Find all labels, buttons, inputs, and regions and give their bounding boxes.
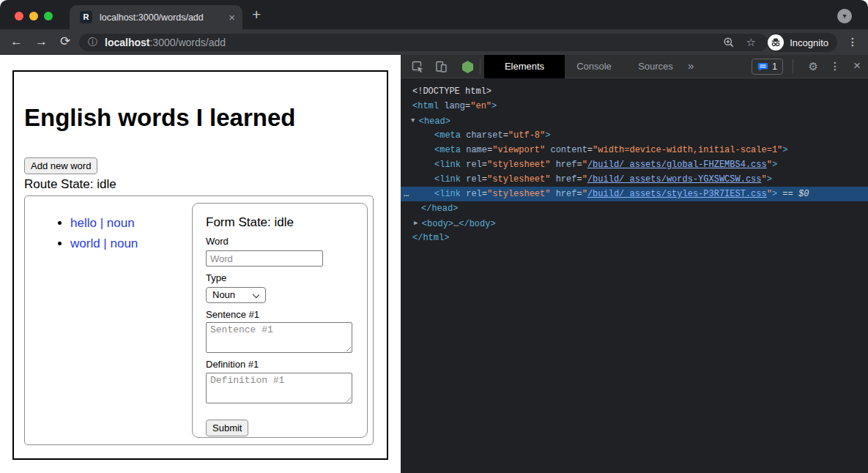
devtools-code: <!DOCTYPE html><html lang="en">▼ <head><… <box>401 79 868 473</box>
forward-button[interactable]: → <box>35 34 48 49</box>
inspect-element-icon[interactable] <box>411 60 424 76</box>
page-title: English words I learned <box>24 103 295 133</box>
definition-field-label: Definition #1 <box>206 359 354 370</box>
tab-elements[interactable]: Elements <box>484 55 565 78</box>
incognito-label: Incognito <box>790 37 828 48</box>
type-field-label: Type <box>206 272 354 283</box>
code-line[interactable]: <link rel="stylesheet" href="/build/_ass… <box>401 172 868 187</box>
form-state-text: Form State: idle <box>206 215 354 230</box>
reload-button[interactable]: ⟳ <box>60 34 70 49</box>
type-select-value: Noun <box>212 289 235 300</box>
word-input[interactable] <box>206 250 323 267</box>
browser-titlebar: R localhost:3000/words/add × + ▾ <box>0 0 868 29</box>
traffic-light-minimize[interactable] <box>29 12 38 21</box>
traffic-light-close[interactable] <box>15 12 23 21</box>
tab-sources[interactable]: Sources <box>626 55 685 78</box>
add-new-word-button[interactable]: Add new word <box>24 157 97 174</box>
definition-textarea[interactable] <box>206 373 352 403</box>
code-line[interactable]: <!DOCTYPE html> <box>401 84 868 99</box>
tab-title: localhost:3000/words/add <box>100 12 223 23</box>
word-field-label: Word <box>206 236 354 247</box>
submit-button[interactable]: Submit <box>206 420 248 436</box>
devtools-menu-icon[interactable]: ⋮ <box>830 60 840 72</box>
word-link-hello[interactable]: hello | noun <box>70 216 135 230</box>
code-line[interactable]: ▶ <body>…</body> <box>401 216 868 231</box>
sentence-textarea[interactable] <box>206 322 352 353</box>
devtools-panel: Elements Console Sources » 1 ⚙ ⋮ × <!DOC… <box>401 55 868 473</box>
back-button[interactable]: ← <box>10 34 23 49</box>
issues-count: 1 <box>772 62 777 72</box>
zoom-level-icon[interactable] <box>723 37 735 48</box>
remix-favicon-icon: R <box>80 11 92 23</box>
word-link-world[interactable]: world | noun <box>70 236 138 250</box>
extension-hexagon-icon[interactable] <box>462 61 473 76</box>
code-line[interactable]: <meta name="viewport" content="width=dev… <box>401 143 868 157</box>
new-tab-button[interactable]: + <box>252 6 261 23</box>
more-tabs-button[interactable]: » <box>688 55 694 78</box>
tab-console[interactable]: Console <box>565 55 623 78</box>
message-bubble-icon <box>757 62 768 72</box>
address-bar[interactable]: ⓘ localhost:3000/words/add ☆ <box>79 34 768 51</box>
code-line[interactable]: ▼ <head> <box>401 113 868 128</box>
code-line[interactable]: …<link rel="stylesheet" href="/build/_as… <box>401 187 868 201</box>
incognito-badge: Incognito <box>766 33 837 52</box>
site-info-icon[interactable]: ⓘ <box>88 36 97 49</box>
tab-close-icon[interactable]: × <box>229 12 235 23</box>
browser-toolbar: ← → ⟳ ⓘ localhost:3000/words/add ☆ <box>0 29 868 55</box>
sentence-field-label: Sentence #1 <box>206 309 354 320</box>
issues-counter[interactable]: 1 <box>752 59 783 75</box>
incognito-icon <box>768 34 784 51</box>
add-word-form: Form State: idle Word Type Noun Sentence… <box>192 203 368 438</box>
device-toolbar-icon[interactable] <box>434 60 448 76</box>
browser-tab[interactable]: R localhost:3000/words/add × <box>70 5 242 29</box>
line-actions-ellipsis[interactable]: … <box>404 187 408 201</box>
type-select[interactable]: Noun <box>206 287 266 303</box>
devtools-close-icon[interactable]: × <box>853 59 861 73</box>
code-line[interactable]: </html> <box>401 231 868 245</box>
browser-menu-button[interactable]: ⋮ <box>847 36 858 48</box>
url-text: localhost:3000/words/add <box>105 37 723 48</box>
tab-search-button[interactable]: ▾ <box>837 9 852 23</box>
chevron-down-icon <box>253 291 259 298</box>
page-viewport: English words I learned Add new word Rou… <box>0 55 401 473</box>
code-line[interactable]: <link rel="stylesheet" href="/build/_ass… <box>401 157 868 172</box>
settings-gear-icon[interactable]: ⚙ <box>809 60 818 73</box>
code-line[interactable]: <html lang="en"> <box>401 99 868 113</box>
route-state-text: Route State: idle <box>24 177 116 192</box>
code-line[interactable]: </head> <box>401 201 868 216</box>
bookmark-star-icon[interactable]: ☆ <box>746 36 756 49</box>
browser-window: R localhost:3000/words/add × + ▾ ← → ⟳ ⓘ… <box>0 0 868 473</box>
code-line[interactable]: <meta charset="utf-8"> <box>401 128 868 143</box>
traffic-light-zoom[interactable] <box>44 12 53 21</box>
devtools-toolbar: Elements Console Sources » 1 ⚙ ⋮ × <box>401 55 868 78</box>
